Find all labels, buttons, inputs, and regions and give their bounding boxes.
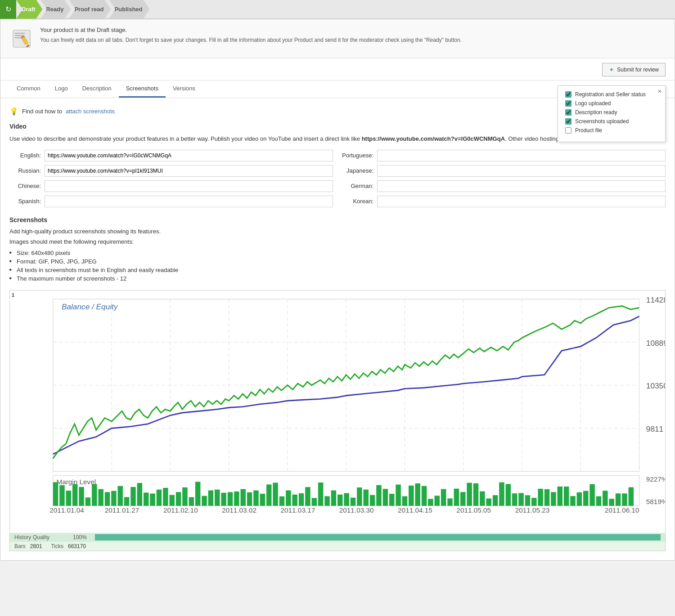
- checklist-checkbox[interactable]: [565, 100, 572, 107]
- requirement-size: Size: 640x480 pixels: [9, 249, 666, 257]
- video-input-chinese[interactable]: [45, 180, 333, 192]
- svg-rect-74: [324, 496, 329, 505]
- svg-rect-109: [551, 492, 556, 506]
- checklist-checkbox[interactable]: [565, 109, 572, 116]
- tab-common[interactable]: Common: [9, 80, 48, 98]
- video-input-japanese[interactable]: [377, 165, 666, 177]
- svg-rect-88: [415, 483, 420, 506]
- submit-button[interactable]: ✦ Submit for review: [602, 63, 666, 76]
- video-input-german[interactable]: [377, 180, 666, 192]
- stage-draft[interactable]: Draft: [16, 0, 42, 19]
- bars-label: Bars: [14, 543, 26, 549]
- svg-rect-92: [441, 489, 446, 505]
- svg-rect-115: [590, 484, 594, 505]
- chart-container: 1: [9, 290, 666, 551]
- svg-text:2011.03.02: 2011.03.02: [222, 506, 256, 514]
- video-input-russian[interactable]: [45, 165, 333, 177]
- video-label-korean: Korean:: [342, 198, 374, 205]
- requirement-format: Format: GIF, PNG, JPG, JPEG: [9, 257, 666, 266]
- svg-rect-80: [363, 489, 368, 505]
- video-field-japanese: Japanese:: [342, 165, 666, 177]
- svg-rect-70: [299, 493, 304, 506]
- svg-rect-79: [357, 487, 362, 506]
- svg-text:2011.05.05: 2011.05.05: [456, 506, 491, 514]
- refresh-button[interactable]: ↻: [0, 0, 16, 19]
- svg-rect-69: [292, 494, 297, 505]
- svg-rect-60: [234, 491, 239, 505]
- video-input-portuguese[interactable]: [377, 150, 666, 161]
- screenshots-title: Screenshots: [9, 216, 666, 223]
- svg-rect-112: [570, 496, 575, 506]
- svg-rect-48: [157, 489, 162, 505]
- checklist-item: Description ready: [565, 109, 658, 116]
- checklist-checkbox[interactable]: [565, 91, 572, 98]
- checklist-checkbox[interactable]: [565, 118, 572, 125]
- checklist-close-button[interactable]: ×: [658, 88, 662, 95]
- stage-proofread[interactable]: Proof read: [69, 0, 111, 19]
- svg-rect-63: [253, 490, 258, 505]
- svg-rect-50: [169, 495, 174, 505]
- svg-rect-58: [221, 492, 226, 505]
- attach-screenshots-link[interactable]: attach screenshots: [66, 108, 115, 115]
- video-input-korean[interactable]: [377, 196, 666, 207]
- svg-rect-82: [376, 485, 381, 505]
- svg-rect-61: [240, 489, 245, 505]
- svg-rect-103: [512, 493, 517, 506]
- svg-rect-64: [260, 494, 265, 506]
- draft-notice: Your product is at the Draft stage. You …: [0, 19, 675, 58]
- svg-rect-98: [480, 491, 485, 505]
- svg-rect-44: [130, 487, 135, 505]
- svg-rect-55: [202, 495, 207, 505]
- hint-bulb-icon: 💡: [9, 107, 18, 116]
- svg-rect-91: [435, 495, 440, 506]
- tab-description[interactable]: Description: [75, 80, 119, 98]
- svg-rect-72: [312, 498, 317, 505]
- svg-rect-33: [59, 485, 64, 506]
- svg-rect-81: [370, 495, 375, 505]
- svg-rect-96: [467, 482, 472, 505]
- svg-text:11428: 11428: [646, 295, 665, 304]
- svg-text:2011.06.10: 2011.06.10: [605, 506, 639, 514]
- stage-published[interactable]: Published: [109, 0, 149, 19]
- svg-rect-37: [86, 497, 90, 506]
- bars-item: Bars 2801: [14, 543, 42, 549]
- svg-text:Balance / Equity: Balance / Equity: [62, 302, 118, 311]
- video-field-english: English:: [9, 150, 333, 161]
- screenshots-desc1: Add high-quality product screenshots sho…: [9, 228, 666, 235]
- svg-text:2011.01.27: 2011.01.27: [105, 506, 140, 514]
- tab-screenshots[interactable]: Screenshots: [119, 80, 166, 98]
- svg-rect-2: [15, 35, 24, 36]
- refresh-icon: ↻: [5, 5, 11, 13]
- svg-rect-99: [486, 498, 491, 505]
- checklist-item: Registration and Seller status: [565, 91, 658, 98]
- svg-text:2011.01.04: 2011.01.04: [50, 506, 84, 514]
- checklist-checkbox[interactable]: [565, 127, 572, 134]
- svg-rect-54: [195, 482, 200, 506]
- svg-rect-94: [454, 488, 459, 505]
- svg-rect-102: [506, 484, 511, 505]
- video-label-german: German:: [342, 183, 374, 189]
- svg-rect-43: [124, 497, 129, 505]
- video-field-russian: Russian:: [9, 165, 333, 177]
- tab-versions[interactable]: Versions: [166, 80, 202, 98]
- ticks-label: Ticks: [51, 543, 63, 549]
- requirement-max: The maximum number of screenshots - 12: [9, 274, 666, 283]
- svg-rect-75: [331, 490, 336, 505]
- svg-rect-1: [15, 33, 25, 34]
- svg-rect-104: [518, 493, 523, 505]
- requirement-text: All texts in screenshots must be in Engl…: [9, 266, 666, 274]
- svg-rect-100: [493, 495, 498, 506]
- submit-area: ✦ Submit for review: [0, 58, 675, 80]
- ticks-value: 663170: [68, 543, 86, 549]
- checklist-item: Product file: [565, 127, 658, 134]
- svg-text:5819%: 5819%: [646, 498, 665, 505]
- video-input-english[interactable]: [45, 150, 333, 161]
- svg-rect-77: [344, 493, 349, 505]
- video-input-spanish[interactable]: [45, 196, 333, 207]
- tab-logo[interactable]: Logo: [48, 80, 75, 98]
- svg-rect-57: [215, 489, 220, 505]
- stage-ready[interactable]: Ready: [40, 0, 71, 19]
- svg-text:2011.05.23: 2011.05.23: [515, 506, 550, 514]
- requirements-list: Size: 640x480 pixels Format: GIF, PNG, J…: [9, 249, 666, 283]
- video-field-chinese: Chinese:: [9, 180, 333, 192]
